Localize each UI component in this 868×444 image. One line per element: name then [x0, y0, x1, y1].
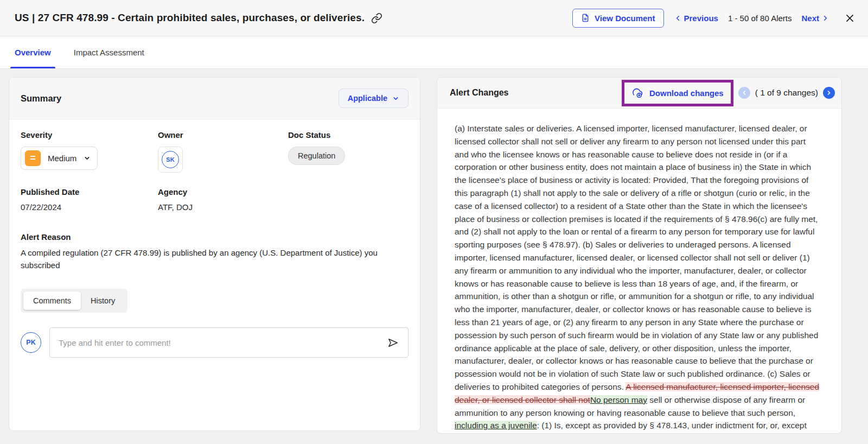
- comment-box: [49, 327, 409, 358]
- top-bar: US | 27 CFR 478.99 - Certain prohibited …: [0, 0, 868, 36]
- copy-link-icon[interactable]: [371, 12, 382, 24]
- previous-alert-button[interactable]: Previous: [674, 14, 718, 23]
- alert-reason-text: A compiled regulation (27 CFR 478.99) is…: [21, 246, 409, 271]
- alerts-counter: 1 - 50 of 80 Alerts: [728, 14, 792, 23]
- changes-counter: ( 1 of 9 changes): [755, 88, 818, 98]
- document-icon: [581, 14, 590, 22]
- main-content: Summary Applicable Severity = Medium: [0, 69, 868, 434]
- comment-input[interactable]: [59, 338, 381, 347]
- chevron-down-icon: [392, 95, 399, 102]
- comment-history-tabs: Comments History: [21, 289, 127, 313]
- tab-bar: Overview Impact Assessment: [0, 36, 868, 69]
- summary-card: Summary Applicable Severity = Medium: [9, 77, 420, 431]
- summary-card-header: Summary Applicable: [9, 78, 420, 119]
- owner-label: Owner: [158, 130, 288, 139]
- tab-comments[interactable]: Comments: [23, 291, 81, 310]
- changes-text: (a) Interstate sales or deliveries. A li…: [437, 109, 841, 432]
- alert-changes-title: Alert Changes: [450, 88, 508, 98]
- previous-change-button[interactable]: [738, 87, 750, 99]
- agency-label: Agency: [158, 187, 288, 196]
- tab-impact-assessment[interactable]: Impact Assessment: [69, 36, 149, 68]
- chevron-down-icon: [84, 155, 91, 162]
- tab-history[interactable]: History: [81, 291, 125, 310]
- avatar: SK: [162, 151, 179, 168]
- next-change-button[interactable]: [823, 87, 835, 99]
- doc-status-badge: Regulation: [288, 147, 345, 165]
- download-changes-button[interactable]: Download changes: [631, 87, 724, 99]
- send-icon[interactable]: [387, 337, 399, 349]
- alert-reason-label: Alert Reason: [21, 232, 409, 242]
- tab-overview[interactable]: Overview: [10, 36, 55, 68]
- change-segment-inserted: No person may: [590, 395, 647, 404]
- applicability-dropdown[interactable]: Applicable: [339, 88, 409, 108]
- annotation-highlight-box: Download changes: [622, 80, 733, 106]
- severity-dropdown[interactable]: = Medium: [21, 147, 98, 170]
- published-date-label: Published Date: [21, 187, 158, 196]
- current-user-avatar: PK: [21, 332, 41, 353]
- view-document-button[interactable]: View Document: [572, 9, 663, 28]
- alert-changes-header: Alert Changes Download changes: [437, 78, 841, 109]
- owner-avatar[interactable]: SK: [158, 147, 183, 173]
- comment-row: PK: [21, 327, 409, 358]
- page-title: US | 27 CFR 478.99 - Certain prohibited …: [15, 12, 365, 24]
- top-bar-actions: View Document Previous 1 - 50 of 80 Aler…: [572, 9, 855, 28]
- change-segment-text: : (1) Is, except as provided by § 478.14…: [537, 421, 807, 430]
- chevron-left-icon: [674, 14, 682, 22]
- published-date-value: 07/22/2024: [21, 202, 158, 212]
- severity-medium-icon: =: [25, 150, 41, 166]
- changes-pager: ( 1 of 9 changes): [738, 87, 835, 99]
- change-segment-text: (a) Interstate sales or deliveries. A li…: [455, 124, 818, 391]
- chevron-right-icon: [821, 14, 829, 22]
- close-icon[interactable]: [845, 13, 855, 23]
- change-segment-inserted: including as a juvenile: [455, 421, 537, 430]
- alert-changes-card: Alert Changes Download changes: [437, 77, 842, 434]
- severity-label: Severity: [21, 130, 158, 139]
- summary-title: Summary: [21, 93, 61, 104]
- summary-body: Severity = Medium Owner SK: [9, 119, 420, 358]
- next-alert-button[interactable]: Next: [801, 14, 829, 23]
- doc-status-label: Doc Status: [288, 130, 345, 139]
- cloud-download-icon: [631, 87, 644, 99]
- agency-value: ATF, DOJ: [158, 202, 288, 212]
